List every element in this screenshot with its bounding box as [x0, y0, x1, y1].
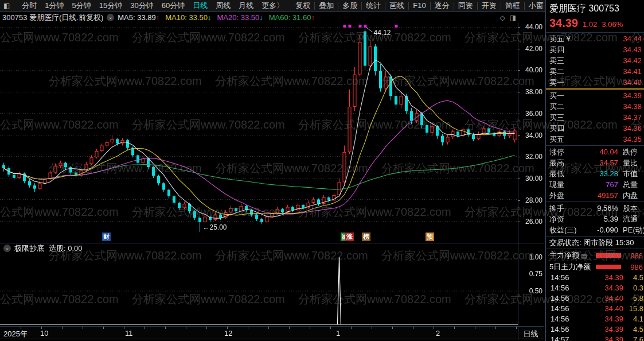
- flow-row[interactable]: 5日主力净额986: [546, 261, 644, 273]
- chevron-down-icon[interactable]: ⌄: [3, 245, 11, 252]
- tick-price: 34.39: [576, 273, 623, 283]
- stock-title[interactable]: 爱朋医疗 300753: [546, 0, 644, 16]
- menu-tool-统计[interactable]: 统计: [362, 0, 385, 11]
- event-tag-榜[interactable]: 榜: [362, 232, 370, 241]
- axis-tick: [351, 327, 352, 329]
- tick-volume: 4.1: [623, 314, 644, 324]
- menu-period-分时[interactable]: 分时: [18, 0, 41, 11]
- stat-label: 股本: [623, 203, 644, 214]
- panel-layout-icon[interactable]: ◨: [510, 14, 516, 22]
- level-price: 34.38: [579, 101, 642, 112]
- window-split-icon[interactable]: ◧: [3, 2, 10, 9]
- menu-tool-开资[interactable]: 开资: [478, 0, 501, 11]
- tick-row[interactable]: 14:5634.394.1: [546, 314, 644, 324]
- tick-row[interactable]: 14:5634.405.8: [546, 293, 644, 304]
- menu-tool-画线[interactable]: 画线: [385, 0, 408, 11]
- menu-tool-简框[interactable]: 简框: [501, 0, 524, 11]
- axis-tick: [145, 327, 145, 329]
- stat-value: 5.39: [580, 214, 619, 224]
- menu-period-日线[interactable]: 日线: [189, 0, 212, 11]
- level-price: 34.36: [579, 123, 642, 134]
- sell-row[interactable]: 卖一34.40: [546, 77, 644, 88]
- menu-period-周线[interactable]: 周线: [212, 0, 235, 11]
- menu-period-1分钟[interactable]: 1分钟: [41, 0, 68, 11]
- buy-row[interactable]: 买三34.37: [546, 112, 644, 123]
- menu-period-月线[interactable]: 月线: [235, 0, 257, 11]
- price-tick-label: 40.00: [518, 66, 542, 74]
- axis-tick: [518, 179, 520, 179]
- buy-row[interactable]: 买一34.39: [546, 90, 644, 101]
- axis-tick: [413, 327, 413, 329]
- flow-bar: [596, 265, 621, 269]
- stat-value: 49157: [580, 190, 619, 201]
- menu-period-5分钟[interactable]: 5分钟: [68, 0, 95, 11]
- price-tick-label: 34.00: [518, 131, 542, 140]
- flow-row[interactable]: 主力净额▤986: [546, 250, 644, 261]
- menu-tool-小窗[interactable]: 小窗: [525, 0, 548, 11]
- sell-row[interactable]: 卖四34.43: [546, 44, 644, 55]
- indicator-chart[interactable]: [0, 243, 518, 326]
- price-tick-label: 28.00: [518, 196, 542, 204]
- buy-row[interactable]: 买四34.36: [546, 123, 644, 134]
- stat-value: 9.56%: [580, 203, 619, 214]
- event-tag-财[interactable]: 财: [102, 232, 111, 241]
- stat-value: -0.090: [580, 224, 619, 235]
- level-label: 卖五 ¥: [549, 33, 579, 44]
- event-tag-预[interactable]: 预: [426, 232, 434, 241]
- menu-tool-F10[interactable]: F10: [409, 0, 430, 11]
- axis-tick: [516, 327, 517, 329]
- menu-period-60分钟[interactable]: 60分钟: [158, 0, 189, 11]
- ma-values: MA5: 33.89↑MA10: 33.50↓MA20: 33.50↓MA60:…: [118, 13, 321, 22]
- menu-period-15分钟[interactable]: 15分钟: [95, 0, 126, 11]
- event-tag-涨[interactable]: 涨: [345, 232, 354, 241]
- tick-row[interactable]: 14:5634.390.3: [546, 283, 644, 293]
- menu-period-更多〉[interactable]: 更多〉: [257, 0, 288, 11]
- menu-tool-同资[interactable]: 同资: [454, 0, 477, 11]
- menu-period-30分钟[interactable]: 30分钟: [126, 0, 157, 11]
- sell-row[interactable]: 卖三34.42: [546, 55, 644, 66]
- diamond-icon[interactable]: ◇: [499, 14, 505, 22]
- chevron-down-icon[interactable]: ⌄: [107, 14, 114, 21]
- tick-list[interactable]: 14:5634.394.514:5634.390.314:5634.405.81…: [546, 273, 644, 341]
- flow-label: 主力净额: [549, 250, 579, 261]
- axis-tick: [518, 200, 520, 201]
- level-price: 34.44: [579, 33, 642, 44]
- tick-row[interactable]: 14:5734.397.6: [546, 335, 644, 341]
- buy-row[interactable]: 买五34.35: [546, 134, 644, 145]
- stat-label: 市值: [623, 168, 644, 179]
- menu-tool-多股[interactable]: 多股: [338, 0, 361, 11]
- tick-row[interactable]: 14:5634.4015.8: [546, 304, 644, 314]
- candlestick-chart[interactable]: [0, 23, 518, 243]
- axis-tick: [518, 157, 520, 157]
- sell-row[interactable]: 卖五 ¥34.44: [546, 33, 644, 44]
- stat-label: 量比: [623, 157, 644, 168]
- tick-row[interactable]: 14:5634.394.5: [546, 324, 644, 335]
- price-tick-label: 42.00: [518, 45, 542, 53]
- axis-tick: [186, 327, 186, 329]
- period-indicator[interactable]: 日线: [518, 329, 544, 339]
- time-tick-label: 2: [436, 329, 440, 338]
- time-tick-label: 1: [336, 329, 340, 338]
- quote-panel: 爱朋医疗 300753 34.39 1.02 3.06% 卖五 ¥34.44卖四…: [545, 0, 644, 341]
- axis-tick: [268, 327, 269, 329]
- stat-label: 跌停: [623, 146, 644, 157]
- level-price: 34.42: [579, 55, 642, 66]
- buy-row[interactable]: 买二34.38: [546, 101, 644, 112]
- app-window: ◧ 分时1分钟5分钟15分钟30分钟60分钟日线周线月线更多〉 复权叠加多股统计…: [0, 0, 644, 341]
- tick-time: 14:56: [551, 324, 576, 335]
- stat-label: 总量: [623, 179, 644, 190]
- period-menu: 分时1分钟5分钟15分钟30分钟60分钟日线周线月线更多〉: [18, 0, 288, 11]
- menu-tool-叠加[interactable]: 叠加: [315, 0, 338, 11]
- list-icon[interactable]: ▤: [581, 252, 587, 259]
- money-flow: 主力净额▤9865日主力净额986: [546, 250, 644, 273]
- menu-tool-逐分[interactable]: 逐分: [431, 0, 454, 11]
- sell-row[interactable]: 卖二34.41: [546, 66, 644, 77]
- ma-value: MA60: 31.60↑: [269, 13, 315, 22]
- tick-volume: 5.8: [623, 293, 644, 304]
- flow-bar: [596, 253, 621, 258]
- price-row: 34.39 1.02 3.06%: [546, 16, 644, 32]
- axis-tick: [392, 327, 393, 329]
- menu-tool-复权[interactable]: 复权: [291, 0, 314, 11]
- level-label: 卖三: [549, 55, 579, 66]
- tick-row[interactable]: 14:5634.394.5: [546, 273, 644, 283]
